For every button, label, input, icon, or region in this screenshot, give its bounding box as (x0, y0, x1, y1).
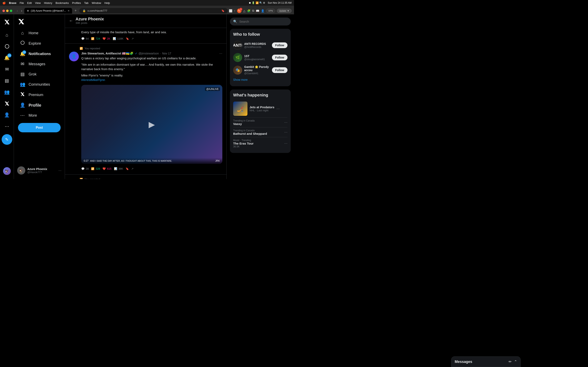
triangle-btn[interactable]: △ (243, 9, 245, 12)
menu-bookmarks[interactable]: Bookmarks (56, 1, 69, 4)
sidebar-item-label: Messages (29, 62, 45, 66)
trending-item-1[interactable]: Trending in Canada Vassy ⋯ (233, 118, 287, 127)
search-input[interactable] (239, 20, 287, 23)
menu-history[interactable]: History (44, 1, 52, 4)
maximize-btn[interactable] (10, 9, 12, 12)
post-btn-collapsed[interactable]: ✎ (2, 134, 12, 145)
user-avatar-collapsed[interactable]: 🦅 (3, 167, 11, 175)
menu-edit[interactable]: Edit (27, 1, 32, 4)
trending-item-nhl[interactable]: 🏒 Jets at Predators NHL · Last night ⋯ (233, 100, 287, 118)
follow-avatar-img-2: 🎭 (235, 68, 240, 72)
trending-menu-3[interactable]: ⋯ (284, 142, 287, 145)
show-more-link[interactable]: Show more (233, 76, 287, 83)
repost-action[interactable]: 🔁 724 (91, 36, 103, 41)
like-action[interactable]: ❤️ 2K (103, 36, 113, 41)
reply-action[interactable]: 💬 64 (81, 36, 91, 41)
update-btn[interactable]: Update ▼ (277, 9, 292, 13)
menu-file[interactable]: File (20, 1, 24, 4)
close-btn[interactable] (2, 9, 5, 12)
sidebar-item-notifications[interactable]: 🔔 19 Notifications (16, 49, 63, 58)
forward-btn[interactable]: › (20, 8, 23, 13)
tweet-2-header: Jim Stewartson, Antifascist 🇺🇸🇺🇦🧩 ✓ @jim… (81, 52, 222, 55)
app-name[interactable]: Brave (9, 1, 16, 4)
trending-count-3: 36.5K (233, 145, 254, 148)
url-text[interactable]: x.com/Havok777 (87, 9, 220, 12)
views-action-2[interactable]: 📊 38K (114, 166, 126, 171)
menu-icons: ⏺ 🔋 📶 🔍 ⚙ (249, 1, 265, 4)
bookmark-action-2[interactable]: 🔖 (126, 166, 131, 171)
shields-count: 1 (240, 8, 242, 11)
menu-profiles[interactable]: Profiles (72, 1, 81, 4)
tweet-2-video[interactable]: ▶ @AJNLIVE 0:27 AND I SAID THE DAY AFTER… (81, 85, 222, 164)
menu-help[interactable]: Help (104, 1, 110, 4)
trending-menu-1[interactable]: ⋯ (284, 120, 287, 124)
profile-btn[interactable]: 👤 (261, 9, 264, 12)
user-account-switcher[interactable]: 🦅 Azure Phoenix @Havok777 ⋯ (14, 164, 65, 176)
tab-close-btn[interactable]: ✕ (68, 9, 70, 12)
apple-menu[interactable]: 🍎 (2, 1, 6, 4)
tweet-hashtag[interactable]: #ArrestMikeFlynn (81, 78, 105, 82)
sidebar-expanded: ⌂ Home Explore 🔔 19 Notifications ✉ Mess… (14, 14, 65, 179)
sidebar-item-home[interactable]: ⌂ Home (16, 28, 63, 38)
trending-menu-nhl[interactable]: ⋯ (277, 107, 280, 111)
bookmark-icon[interactable]: 🔖 (221, 9, 225, 12)
trending-menu-2[interactable]: ⋯ (284, 130, 287, 134)
menu-tab[interactable]: Tab (84, 1, 88, 4)
sidebar-item-explore[interactable]: Explore (16, 39, 63, 48)
tweet-2-menu[interactable]: ⋯ (219, 52, 222, 55)
sidebar-logo[interactable] (2, 17, 12, 27)
browser-tab[interactable]: ✕ (19) Azure Phoenix (@Havok7... ✕ (24, 8, 72, 14)
follow-info-2: Gambit 🌟 Parody accou @Gambit41 (244, 65, 270, 75)
share-btn[interactable]: ↑ (234, 9, 235, 12)
address-bar[interactable]: 🔒 x.com/Havok777 🔖 (79, 8, 228, 14)
reader-mode-btn[interactable]: 📖 (256, 9, 259, 12)
sidebar-item-profile[interactable]: 👤 Profile (16, 100, 63, 110)
share-action[interactable]: ↗ (131, 36, 136, 41)
sidebar-x-logo[interactable] (14, 17, 65, 27)
sidebar-icon-notifications[interactable]: 🔔 19 (2, 53, 12, 63)
sidebar-toggle-btn[interactable]: ⧉ (252, 9, 254, 12)
sidebar-item-messages[interactable]: ✉ Messages (16, 59, 63, 69)
brave-shields[interactable]: 🛡 1 (237, 8, 242, 13)
update-label: Update (279, 9, 286, 12)
sidebar-item-more[interactable]: ⋯ More (16, 111, 63, 120)
follow-btn-0[interactable]: Follow (272, 42, 287, 48)
sidebar-item-premium[interactable]: Premium (16, 90, 63, 100)
reply-action-2[interactable]: 💬 28 (81, 166, 91, 171)
sidebar-icon-home[interactable]: ⌂ (2, 30, 12, 40)
tweet-2-avatar[interactable]: 👤 (69, 52, 79, 61)
post-button[interactable]: Post (18, 123, 61, 132)
menu-window[interactable]: Window (92, 1, 101, 4)
minimize-btn[interactable] (6, 9, 9, 12)
follow-btn-1[interactable]: Follow (272, 55, 287, 60)
new-tab-btn[interactable]: + (73, 7, 78, 14)
extensions-btn[interactable]: 🧩 (247, 9, 251, 12)
search-bar[interactable]: 🔍 (230, 17, 291, 25)
screenshot-btn[interactable]: ⬜ (229, 9, 232, 12)
like-action-2[interactable]: ❤️ 615 (103, 166, 114, 171)
sidebar-item-grok[interactable]: ▤ Grok (16, 69, 63, 79)
back-btn[interactable]: ‹ (16, 8, 19, 13)
trending-item-2[interactable]: Trending in Canada Bathurst and Sheppard… (233, 127, 287, 137)
grok-icon: ▤ (20, 72, 25, 77)
sidebar-icon-explore[interactable] (2, 41, 12, 52)
sidebar-icon-grok[interactable]: ▤ (2, 75, 12, 86)
follow-btn-2[interactable]: Follow (272, 67, 287, 73)
sidebar-item-communities[interactable]: 👥 Communities (16, 80, 63, 89)
back-button[interactable]: ← (69, 18, 73, 23)
repost-action-2[interactable]: 🔁 328 (91, 166, 103, 171)
sidebar-icon-messages[interactable]: ✉ (2, 64, 12, 75)
right-sidebar: 🔍 Who to follow ANTI ANTI RECORDS @AntiR… (227, 14, 294, 179)
trending-item-3[interactable]: Music · Trending The Eras Tour 36.5K ⋯ (233, 137, 287, 150)
tweet-text-line3: Mike Flynn's "enemy" is reality. (81, 73, 222, 78)
bookmark-action[interactable]: 🔖 (126, 36, 131, 41)
sidebar-icon-communities[interactable]: 👥 (2, 87, 12, 98)
views-action[interactable]: 📊 118K (113, 36, 126, 41)
sidebar-icon-more[interactable]: ⋯ (2, 121, 12, 132)
sidebar-icon-profile[interactable]: 👤 (2, 110, 12, 120)
share-action-2[interactable]: ↗ (131, 166, 136, 171)
tweet-text-line1: Q takes a victory lap after waging psych… (81, 56, 222, 61)
menu-view[interactable]: View (35, 1, 41, 4)
vpn-btn[interactable]: VPN (266, 9, 275, 13)
sidebar-icon-premium[interactable] (2, 98, 12, 109)
